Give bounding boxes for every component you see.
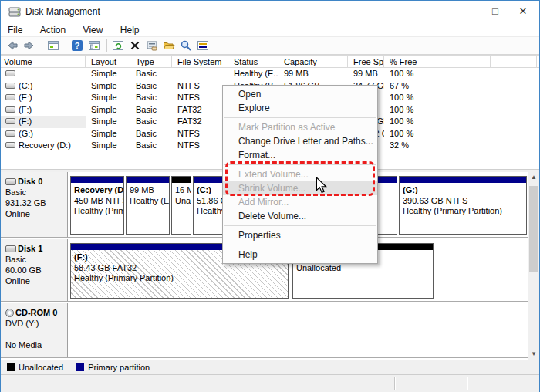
volume-icon bbox=[5, 83, 15, 89]
type-cell: Basic bbox=[130, 104, 172, 117]
column-header-type[interactable]: Type bbox=[130, 56, 172, 68]
disk-size: 60.00 GB bbox=[5, 265, 64, 275]
maximize-button[interactable]: □ bbox=[482, 1, 508, 22]
partition-color-bar bbox=[71, 177, 123, 183]
partition-g[interactable]: (G:)390.63 GB NTFSHealthy (Primary Parti… bbox=[399, 176, 527, 235]
help-icon[interactable]: ? bbox=[71, 39, 85, 52]
partition-status: Unallocated bbox=[175, 196, 187, 207]
column-header-free-space[interactable]: Free Spa... bbox=[348, 56, 384, 68]
column-header-pct-free[interactable]: % Free bbox=[384, 56, 491, 68]
close-button[interactable]: ✕ bbox=[510, 1, 536, 22]
partition-unallocated-16mb[interactable]: 16 MBUnallocated bbox=[171, 176, 191, 235]
volume-name: Recovery (D:) bbox=[19, 140, 71, 150]
type-cell: Basic bbox=[130, 80, 172, 93]
partition-color-bar bbox=[400, 177, 526, 183]
volume-icon bbox=[5, 94, 15, 100]
legend-primary-label: Primary partition bbox=[88, 363, 150, 372]
menu-bar: File Action View Help bbox=[1, 22, 539, 37]
type-cell: Basic bbox=[130, 128, 172, 140]
scrollbar-thumb[interactable] bbox=[529, 186, 538, 272]
menu-item-explore[interactable]: Explore bbox=[223, 101, 377, 115]
table-row[interactable]: SimpleBasicHealthy (E...99 MB99 MB100 % bbox=[1, 68, 539, 80]
partition-size: 99 MB bbox=[130, 185, 166, 196]
partition-efi[interactable]: 99 MBHealthy (EFI System Partition) bbox=[126, 176, 170, 235]
scroll-down-icon[interactable]: ▼ bbox=[528, 349, 539, 360]
partition-color-bar bbox=[127, 177, 169, 183]
menu-item-change-drive-letter[interactable]: Change Drive Letter and Paths... bbox=[223, 134, 377, 148]
pct-free-cell: 67 % bbox=[384, 80, 491, 93]
partition-size: 16 MB bbox=[175, 185, 187, 196]
console-tree-icon[interactable] bbox=[88, 39, 102, 52]
menu-file[interactable]: File bbox=[1, 23, 29, 35]
status-segment bbox=[467, 377, 539, 390]
disk-size: 931.32 GB bbox=[5, 198, 64, 208]
menu-view[interactable]: View bbox=[76, 23, 110, 35]
menu-separator bbox=[224, 117, 376, 118]
disk-name: Disk 0 bbox=[18, 177, 42, 186]
type-cell: Basic bbox=[130, 68, 172, 80]
status-cell: Healthy (E... bbox=[228, 68, 278, 80]
menu-help[interactable]: Help bbox=[113, 23, 147, 35]
layout-cell: Simple bbox=[86, 104, 130, 117]
menu-item-mark-partition-active: Mark Partition as Active bbox=[223, 120, 377, 134]
volume-icon bbox=[5, 70, 15, 76]
toolbar-separator bbox=[106, 39, 107, 52]
disk-1-info[interactable]: Disk 1 Basic 60.00 GB Online bbox=[1, 239, 68, 301]
volume-icon bbox=[5, 106, 15, 113]
menu-separator bbox=[224, 225, 376, 226]
vertical-scrollbar[interactable]: ▲ ▼ bbox=[528, 172, 539, 360]
forward-arrow-icon[interactable] bbox=[23, 39, 37, 52]
pct-free-cell: 100 % bbox=[384, 92, 491, 104]
menu-item-help[interactable]: Help bbox=[223, 248, 377, 262]
menu-item-delete-volume[interactable]: Delete Volume... bbox=[223, 209, 377, 223]
partition-status: Unallocated bbox=[296, 263, 430, 274]
volume-list-header: VolumeLayoutTypeFile SystemStatusCapacit… bbox=[1, 55, 539, 68]
file-system-cell: NTFS bbox=[172, 80, 228, 93]
cdrom-0-info[interactable]: CD-ROM 0 DVD (Y:) No Media bbox=[1, 303, 68, 357]
menu-item-format[interactable]: Format... bbox=[223, 148, 377, 162]
volume-name: (F:) bbox=[19, 117, 32, 126]
disk-name: CD-ROM 0 bbox=[15, 308, 57, 317]
disk-icon bbox=[5, 178, 16, 185]
legend-bar: Unallocated Primary partition bbox=[1, 360, 539, 374]
properties-icon[interactable] bbox=[146, 39, 160, 52]
legend-primary-swatch bbox=[76, 363, 84, 371]
toolbar-separator bbox=[42, 39, 42, 52]
column-header-file-system[interactable]: File System bbox=[172, 56, 228, 68]
app-icon bbox=[8, 5, 21, 18]
column-header-capacity[interactable]: Capacity bbox=[278, 56, 348, 68]
layout-cell: Simple bbox=[86, 92, 130, 104]
menu-separator bbox=[224, 245, 376, 245]
svg-text:?: ? bbox=[75, 41, 80, 50]
menu-action[interactable]: Action bbox=[33, 23, 73, 35]
column-header-blank[interactable] bbox=[491, 56, 537, 68]
file-system-cell: NTFS bbox=[172, 140, 228, 152]
type-cell: Basic bbox=[130, 140, 172, 152]
disk-kind: DVD (Y:) bbox=[5, 318, 64, 329]
pct-free-cell: 100 % bbox=[384, 116, 491, 128]
partition-status: Healthy (Primary Partition) bbox=[74, 273, 285, 284]
disk-management-icon[interactable] bbox=[197, 39, 211, 52]
disk-0-info[interactable]: Disk 0 Basic 931.32 GB Online bbox=[1, 172, 68, 237]
title-bar: Disk Management – □ ✕ bbox=[1, 1, 539, 22]
scroll-up-icon[interactable]: ▲ bbox=[528, 172, 539, 183]
column-header-volume[interactable]: Volume bbox=[1, 56, 86, 68]
delete-icon[interactable] bbox=[129, 39, 143, 52]
menu-item-open[interactable]: Open bbox=[223, 87, 377, 101]
column-header-status[interactable]: Status bbox=[228, 56, 278, 68]
column-header-layout[interactable]: Layout bbox=[86, 56, 130, 68]
partition-status: Healthy (EFI System Partition) bbox=[130, 196, 166, 207]
back-arrow-icon[interactable] bbox=[6, 39, 20, 52]
partition-recovery-d[interactable]: Recovery (D:)450 MB NTFSHealthy (Primary… bbox=[70, 176, 124, 235]
refresh-icon[interactable] bbox=[112, 39, 126, 52]
pct-free-cell: 100 % bbox=[384, 128, 491, 140]
status-bar bbox=[1, 374, 539, 392]
minimize-button[interactable]: – bbox=[454, 1, 481, 22]
partition-size: 390.63 GB NTFS bbox=[403, 196, 523, 207]
volume-name: (F:) bbox=[19, 105, 32, 114]
search-icon[interactable] bbox=[180, 39, 194, 52]
menu-item-properties[interactable]: Properties bbox=[223, 228, 377, 242]
window-title: Disk Management bbox=[25, 6, 100, 17]
console-window-icon[interactable] bbox=[47, 39, 61, 52]
open-folder-icon[interactable] bbox=[163, 39, 177, 52]
